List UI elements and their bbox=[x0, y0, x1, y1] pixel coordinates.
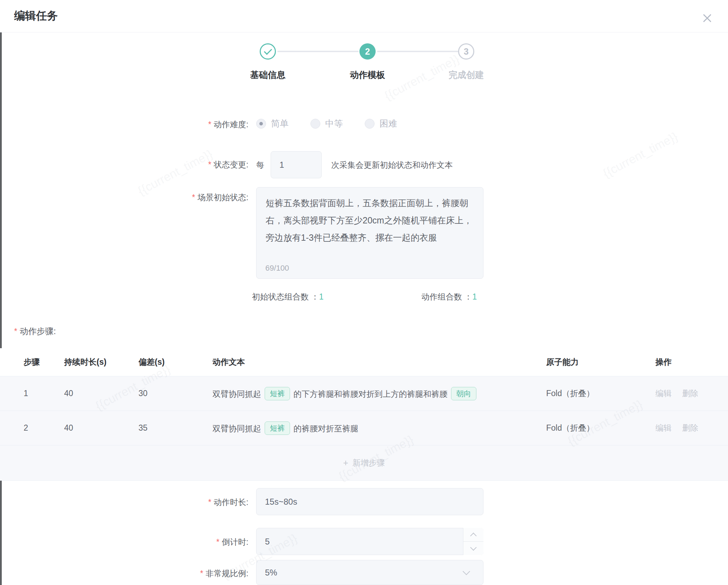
state-change-label: *状态变更: bbox=[0, 159, 248, 170]
add-step-label: 新增步骤 bbox=[352, 457, 385, 468]
required-mark: * bbox=[14, 327, 17, 336]
row-ability: Fold（折叠） bbox=[546, 423, 655, 433]
watermark-text: {{current_time}} bbox=[136, 147, 215, 198]
row-duration: 40 bbox=[64, 423, 138, 433]
radio-medium-label: 中等 bbox=[325, 118, 343, 129]
row-offset: 35 bbox=[138, 423, 212, 433]
step-3-label: 完成创建 bbox=[427, 69, 505, 81]
radio-hard[interactable]: 困难 bbox=[365, 118, 397, 129]
col-header-action-text: 动作文本 bbox=[212, 357, 546, 368]
delete-link[interactable]: 删除 bbox=[682, 423, 698, 433]
action-combo-count: 动作组合数 ：1 bbox=[421, 291, 477, 302]
plus-icon: + bbox=[343, 458, 348, 468]
unusual-ratio-label: *非常规比例: bbox=[0, 568, 248, 579]
state-change-value: 1 bbox=[279, 160, 284, 170]
check-icon bbox=[264, 47, 272, 55]
radio-dot bbox=[259, 122, 263, 125]
radio-medium[interactable]: 中等 bbox=[310, 118, 343, 129]
action-text-segment: 的下方裤腿和裤腰对折到上方的裤腿和裤腰 bbox=[294, 389, 448, 399]
unusual-ratio-select[interactable]: 5% bbox=[256, 560, 483, 585]
radio-hard-label: 困难 bbox=[380, 118, 397, 129]
decrement-button[interactable] bbox=[463, 542, 483, 555]
action-text-segment: 双臂协同抓起 bbox=[212, 389, 261, 399]
step-1-circle bbox=[260, 43, 276, 60]
duration-label: *动作时长: bbox=[0, 497, 248, 508]
row-ability: Fold（折叠） bbox=[546, 388, 655, 399]
countdown-input[interactable]: 5 bbox=[256, 528, 483, 555]
countdown-value: 5 bbox=[265, 537, 270, 547]
state-change-input[interactable]: 1 bbox=[271, 151, 322, 178]
required-mark: * bbox=[192, 193, 195, 202]
header-divider bbox=[0, 32, 728, 32]
edit-link[interactable]: 编辑 bbox=[655, 388, 672, 399]
col-header-duration: 持续时长(s) bbox=[64, 357, 138, 368]
step-2-circle: 2 bbox=[359, 43, 376, 60]
required-mark: * bbox=[208, 498, 211, 507]
radio-circle bbox=[310, 119, 320, 129]
dialog-header: 编辑任务 bbox=[0, 0, 728, 32]
required-mark: * bbox=[200, 569, 203, 578]
initial-combo-count: 初始状态组合数 ：1 bbox=[252, 291, 323, 302]
unusual-ratio-value: 5% bbox=[265, 568, 277, 578]
initial-combo-value: 1 bbox=[319, 292, 323, 301]
difficulty-radio-group: 简单 中等 困难 bbox=[256, 118, 419, 129]
object-tag: 短裤 bbox=[265, 421, 290, 435]
countdown-label: *倒计时: bbox=[0, 537, 248, 548]
radio-easy-label: 简单 bbox=[271, 118, 289, 129]
state-change-suffix: 次采集会更新初始状态和动作文本 bbox=[331, 160, 453, 171]
edit-link[interactable]: 编辑 bbox=[655, 423, 672, 433]
chevron-down-icon bbox=[470, 544, 476, 550]
step-2-number: 2 bbox=[365, 47, 370, 57]
row-operations: 编辑 删除 bbox=[655, 388, 728, 399]
step-connector bbox=[377, 51, 458, 52]
action-text-segment: 的裤腰对折至裤腿 bbox=[294, 424, 358, 433]
initial-state-label: *场景初始状态: bbox=[0, 192, 248, 203]
action-steps-table: 步骤 持续时长(s) 偏差(s) 动作文本 原子能力 操作 1 40 30 双臂… bbox=[0, 348, 728, 481]
orientation-tag: 朝向 bbox=[451, 387, 476, 400]
col-header-offset: 偏差(s) bbox=[138, 357, 212, 368]
watermark-text: {{current_time}} bbox=[601, 129, 680, 180]
step-1-label: 基础信息 bbox=[229, 69, 307, 81]
dialog-title: 编辑任务 bbox=[14, 8, 58, 23]
col-header-operations: 操作 bbox=[655, 357, 728, 368]
radio-circle bbox=[256, 119, 266, 129]
row-duration: 40 bbox=[64, 389, 138, 398]
add-step-button[interactable]: + 新增步骤 bbox=[0, 445, 728, 481]
col-header-ability: 原子能力 bbox=[546, 357, 655, 368]
col-header-step: 步骤 bbox=[24, 357, 64, 368]
row-action-text: 双臂协同抓起短裤的下方裤腿和裤腰对折到上方的裤腿和裤腰朝向 bbox=[212, 387, 546, 400]
close-icon[interactable] bbox=[699, 11, 715, 26]
action-text-segment: 双臂协同抓起 bbox=[212, 424, 261, 433]
row-step: 1 bbox=[24, 389, 64, 398]
table-row: 1 40 30 双臂协同抓起短裤的下方裤腿和裤腰对折到上方的裤腿和裤腰朝向 Fo… bbox=[0, 376, 728, 411]
increment-button[interactable] bbox=[463, 528, 483, 542]
action-steps-label: *动作步骤: bbox=[14, 326, 56, 337]
object-tag: 短裤 bbox=[265, 387, 290, 400]
state-change-prefix: 每 bbox=[256, 160, 264, 171]
required-mark: * bbox=[208, 160, 211, 169]
duration-value: 15s~80s bbox=[265, 497, 297, 507]
step-3-number: 3 bbox=[464, 47, 469, 57]
countdown-stepper bbox=[463, 528, 483, 555]
row-action-text: 双臂协同抓起短裤的裤腰对折至裤腿 bbox=[212, 421, 546, 435]
duration-input[interactable]: 15s~80s bbox=[256, 488, 483, 515]
row-operations: 编辑 删除 bbox=[655, 423, 728, 433]
char-counter: 69/100 bbox=[265, 264, 289, 273]
step-connector bbox=[277, 51, 359, 52]
step-2-label: 动作模板 bbox=[329, 69, 406, 81]
initial-state-text: 短裤五条数据背面朝上，五条数据正面朝上，裤腰朝右，离头部视野下方至少20cm之外… bbox=[266, 198, 472, 242]
radio-easy[interactable]: 简单 bbox=[256, 118, 289, 129]
row-step: 2 bbox=[24, 423, 64, 433]
row-offset: 30 bbox=[138, 389, 212, 398]
delete-link[interactable]: 删除 bbox=[682, 388, 698, 399]
step-3-circle: 3 bbox=[458, 43, 474, 60]
radio-circle bbox=[365, 119, 375, 129]
required-mark: * bbox=[216, 537, 220, 547]
table-header-row: 步骤 持续时长(s) 偏差(s) 动作文本 原子能力 操作 bbox=[0, 348, 728, 376]
chevron-up-icon bbox=[470, 532, 476, 539]
table-row: 2 40 35 双臂协同抓起短裤的裤腰对折至裤腿 Fold（折叠） 编辑 删除 bbox=[0, 411, 728, 445]
required-mark: * bbox=[208, 120, 211, 129]
action-combo-value: 1 bbox=[472, 292, 477, 301]
initial-state-textarea[interactable]: 短裤五条数据背面朝上，五条数据正面朝上，裤腰朝右，离头部视野下方至少20cm之外… bbox=[256, 187, 483, 279]
edit-task-dialog: 编辑任务 2 3 基础信息 动作模板 完成创建 *动作难度: 简单 bbox=[0, 0, 728, 585]
